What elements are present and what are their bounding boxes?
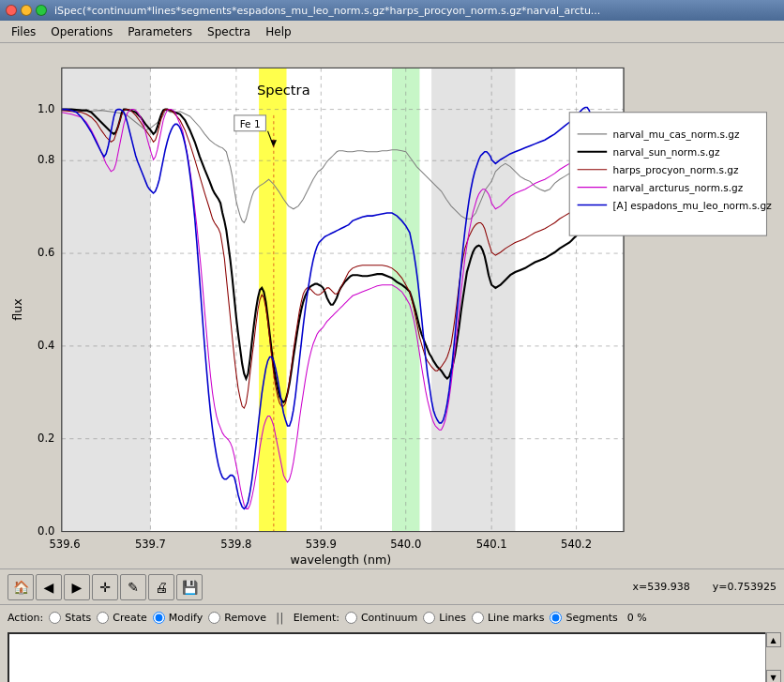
menu-files[interactable]: Files [4,23,43,40]
svg-text:narval_mu_cas_norm.s.gz: narval_mu_cas_norm.s.gz [612,129,740,141]
element-label: Element: [294,612,339,624]
close-button[interactable] [6,5,17,16]
x-label: x= [633,581,648,593]
svg-text:0.2: 0.2 [38,432,54,445]
continuum-radio[interactable] [345,612,357,624]
action-bar: Action: Stats Create Modify Remove || El… [0,604,784,630]
home-button[interactable]: 🏠 [8,574,34,600]
lines-radio-group[interactable]: Lines [423,612,466,624]
text-area-container: ▲ ▼ [4,632,780,682]
title-bar: iSpec(*continuum*lines*segments*espadons… [0,0,784,21]
toolbar: 🏠 ◀ ▶ ✛ ✎ 🖨 💾 x=539.938 y=0.753925 [0,568,784,604]
print-button[interactable]: 🖨 [148,574,174,600]
menu-help[interactable]: Help [258,23,298,40]
svg-rect-3 [259,68,286,531]
svg-text:harps_procyon_norm.s.gz: harps_procyon_norm.s.gz [612,164,739,176]
y-coord: y=0.753925 [713,581,776,593]
svg-text:[A] espadons_mu_leo_norm.s.gz: [A] espadons_mu_leo_norm.s.gz [612,200,772,212]
remove-radio[interactable] [208,612,220,624]
menu-spectra[interactable]: Spectra [200,23,258,40]
svg-text:narval_arcturus_norm.s.gz: narval_arcturus_norm.s.gz [612,182,743,194]
modify-radio[interactable] [153,612,165,624]
continuum-radio-group[interactable]: Continuum [345,612,417,624]
separator: || [276,611,284,625]
window-controls[interactable] [6,5,47,16]
lines-radio[interactable] [423,612,435,624]
linemarks-label: Line marks [488,612,545,624]
percent-display: 0 % [627,612,647,624]
lines-label: Lines [439,612,466,624]
scroll-up-arrow[interactable]: ▲ [766,632,781,647]
segments-label: Segments [565,612,617,624]
svg-text:0.4: 0.4 [38,339,54,352]
window-title: iSpec(*continuum*lines*segments*espadons… [54,5,600,17]
chart-svg: 0.0 0.2 0.4 0.6 0.8 1.0 flux 539.6 539.7… [8,51,776,568]
remove-label: Remove [224,612,266,624]
y-label: y= [713,581,728,593]
back-button[interactable]: ◀ [36,574,62,600]
action-label: Action: [8,612,43,624]
create-radio-group[interactable]: Create [97,612,147,624]
create-label: Create [113,612,147,624]
svg-text:539.7: 539.7 [135,538,166,551]
maximize-button[interactable] [36,5,47,16]
svg-text:Spectra: Spectra [257,82,310,98]
segments-radio[interactable] [550,612,562,624]
stats-radio-group[interactable]: Stats [49,612,91,624]
svg-text:540.2: 540.2 [561,538,592,551]
svg-text:flux: flux [10,298,24,321]
forward-button[interactable]: ▶ [64,574,90,600]
svg-text:539.8: 539.8 [220,538,251,551]
x-value: 539.938 [647,581,690,593]
coords-display: x=539.938 y=0.753925 [633,581,776,593]
svg-text:0.8: 0.8 [38,153,54,166]
stats-label: Stats [65,612,91,624]
svg-text:narval_sun_norm.s.gz: narval_sun_norm.s.gz [612,146,720,159]
svg-rect-2 [431,68,515,531]
text-area[interactable] [8,632,769,682]
edit-button[interactable]: ✎ [120,574,146,600]
svg-text:Fe 1: Fe 1 [240,118,261,129]
linemarks-radio-group[interactable]: Line marks [472,612,545,624]
stats-radio[interactable] [49,612,61,624]
svg-text:1.0: 1.0 [38,102,54,115]
segments-radio-group[interactable]: Segments [550,612,617,624]
chart-container[interactable]: 0.0 0.2 0.4 0.6 0.8 1.0 flux 539.6 539.7… [8,51,776,568]
save-button[interactable]: 💾 [176,574,203,600]
svg-text:540.0: 540.0 [390,538,421,551]
svg-text:0.6: 0.6 [38,246,54,259]
linemarks-radio[interactable] [472,612,484,624]
y-value: 0.753925 [728,581,777,593]
svg-text:539.6: 539.6 [49,538,80,551]
modify-radio-group[interactable]: Modify [153,612,203,624]
create-radio[interactable] [97,612,109,624]
svg-text:539.9: 539.9 [306,538,337,551]
menu-operations[interactable]: Operations [43,23,120,40]
menu-bar: Files Operations Parameters Spectra Help [0,21,784,43]
continuum-label: Continuum [361,612,417,624]
remove-radio-group[interactable]: Remove [208,612,266,624]
modify-label: Modify [169,612,203,624]
scrollbar[interactable]: ▲ ▼ [765,632,780,682]
svg-text:0.0: 0.0 [38,524,54,538]
svg-text:wavelength (nm): wavelength (nm) [291,553,392,567]
minimize-button[interactable] [21,5,32,16]
menu-parameters[interactable]: Parameters [120,23,200,40]
scroll-down-arrow[interactable]: ▼ [766,670,781,682]
zoom-button[interactable]: ✛ [92,574,118,600]
main-area: 0.0 0.2 0.4 0.6 0.8 1.0 flux 539.6 539.7… [0,43,784,568]
svg-text:540.1: 540.1 [476,538,507,551]
x-coord: x=539.938 [633,581,690,593]
